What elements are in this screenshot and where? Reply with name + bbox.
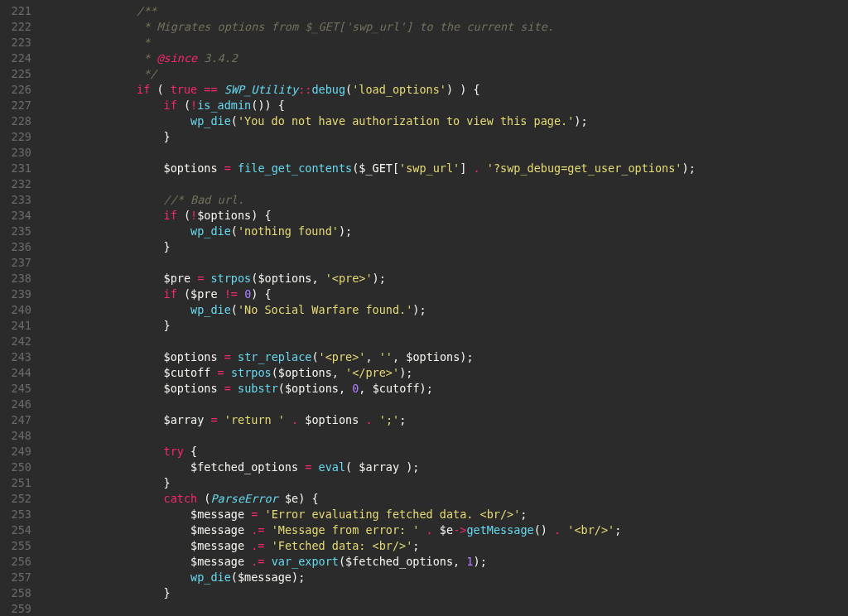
code-line[interactable]: $message = 'Error evaluating fetched dat…	[83, 507, 848, 522]
token-pn	[231, 350, 238, 363]
line-number: 247	[0, 412, 31, 428]
token-var: $options	[285, 382, 339, 395]
token-doc: */	[137, 67, 157, 80]
line-number: 226	[0, 82, 31, 98]
line-number: 246	[0, 397, 31, 412]
token-pn: [	[393, 161, 399, 175]
code-line[interactable]: wp_die('No Social Warfare found.');	[83, 302, 848, 318]
token-str: 'return '	[224, 413, 285, 426]
token-pn	[278, 492, 285, 505]
token-op: ->	[453, 523, 466, 537]
code-line[interactable]: $message .= var_export($fetched_options,…	[83, 554, 848, 570]
code-line[interactable]: $options = file_get_contents($_GET['swp_…	[83, 161, 848, 176]
token-kw: if	[164, 99, 177, 112]
token-pn: );	[339, 224, 352, 238]
token-pn: (	[231, 570, 238, 584]
token-kw: if	[137, 83, 150, 96]
token-pn: (	[197, 492, 210, 505]
token-pn: (	[231, 114, 238, 128]
code-line[interactable]: if (!is_admin()) {	[83, 98, 848, 113]
code-line[interactable]: }	[83, 585, 848, 601]
token-str: '</pre>'	[345, 366, 399, 379]
token-num: 1	[466, 555, 473, 568]
line-number: 224	[0, 51, 31, 66]
code-editor[interactable]: 2212222232242252262272282292302312322332…	[0, 0, 848, 616]
code-line[interactable]: }	[83, 239, 848, 255]
code-line[interactable]	[83, 601, 848, 616]
token-pn	[373, 413, 379, 426]
code-line[interactable]	[83, 145, 848, 161]
code-line[interactable]: *	[83, 35, 848, 51]
line-number: 257	[0, 570, 31, 585]
code-line[interactable]: try {	[83, 444, 848, 460]
token-fn: var_export	[272, 555, 339, 568]
code-line[interactable]: }	[83, 129, 848, 145]
line-number: 251	[0, 475, 31, 491]
token-str: 'Message from error: '	[272, 523, 420, 537]
code-line[interactable]: wp_die($message);	[83, 570, 848, 585]
code-line[interactable]: $message .= 'Message from error: ' . $e-…	[83, 522, 848, 538]
token-doc: * Migrates options from $_GET['swp_url']…	[137, 20, 554, 33]
token-fn: debug	[311, 83, 345, 96]
token-pn	[359, 413, 365, 426]
code-line[interactable]: catch (ParseError $e) {	[83, 491, 848, 507]
token-pn: ;	[412, 539, 419, 552]
line-number-gutter: 2212222232242252262272282292302312322332…	[0, 0, 43, 616]
line-number: 234	[0, 208, 31, 224]
code-line[interactable]: wp_die('You do not have authorization to…	[83, 113, 848, 129]
code-line[interactable]: }	[83, 318, 848, 334]
token-str: '<pre>'	[319, 350, 366, 363]
token-var: $options	[305, 413, 359, 426]
token-var: $message	[238, 570, 292, 584]
code-line[interactable]: /**	[83, 3, 848, 19]
token-var: $options	[406, 350, 460, 363]
token-str: '<pre>'	[325, 272, 373, 285]
code-line[interactable]	[83, 334, 848, 349]
code-line[interactable]: if ($pre != 0) {	[83, 286, 848, 302]
code-line[interactable]: * @since 3.4.2	[83, 51, 848, 66]
code-line[interactable]: }	[83, 475, 848, 491]
line-number: 248	[0, 428, 31, 444]
code-area[interactable]: /** * Migrates options from $_GET['swp_u…	[43, 0, 848, 616]
code-line[interactable]: */	[83, 66, 848, 82]
line-number: 250	[0, 460, 31, 475]
token-pn	[218, 350, 224, 363]
token-pn	[244, 539, 251, 552]
token-fn: eval	[319, 460, 346, 474]
token-doc: *	[137, 36, 150, 49]
code-line[interactable]: $array = 'return ' . $options . ';';	[83, 412, 848, 428]
token-op: =	[224, 350, 231, 363]
token-pn: ,	[453, 555, 466, 568]
code-line[interactable]: $pre = strpos($options, '<pre>');	[83, 271, 848, 286]
token-pn	[210, 366, 217, 379]
token-fn: is_admin	[197, 99, 251, 112]
line-number: 222	[0, 19, 31, 35]
token-pn: ;	[614, 523, 621, 537]
code-line[interactable]: $options = substr($options, 0, $cutoff);	[83, 381, 848, 397]
code-line[interactable]: * Migrates options from $_GET['swp_url']…	[83, 19, 848, 35]
token-pn	[258, 508, 264, 521]
code-line[interactable]	[83, 176, 848, 192]
code-line[interactable]: //* Bad url.	[83, 192, 848, 208]
token-str: 'You do not have authorization to view t…	[238, 114, 574, 128]
code-line[interactable]	[83, 428, 848, 444]
code-line[interactable]	[83, 255, 848, 271]
token-pn: {	[184, 445, 197, 458]
token-kw: try	[164, 445, 184, 458]
token-var: $fetched_options	[190, 460, 298, 474]
code-line[interactable]: $cutoff = strpos($options, '</pre>');	[83, 365, 848, 381]
code-line[interactable]: if ( true == SWP_Utility::debug('load_op…	[83, 82, 848, 98]
token-pn: (	[311, 350, 318, 363]
token-fn: strpos	[231, 366, 272, 379]
code-line[interactable]: if (!$options) {	[83, 208, 848, 224]
code-line[interactable]: $options = str_replace('<pre>', '', $opt…	[83, 349, 848, 365]
line-number: 221	[0, 3, 31, 19]
code-line[interactable]: $fetched_options = eval( $array );	[83, 460, 848, 475]
token-op: .	[554, 523, 561, 537]
token-pn: (	[339, 555, 345, 568]
code-line[interactable]: wp_die('nothing found');	[83, 224, 848, 239]
code-line[interactable]: $message .= 'Fetched data: <br/>';	[83, 538, 848, 554]
token-pn: ,	[332, 366, 345, 379]
token-pn: ) {	[251, 209, 271, 222]
code-line[interactable]	[83, 397, 848, 412]
